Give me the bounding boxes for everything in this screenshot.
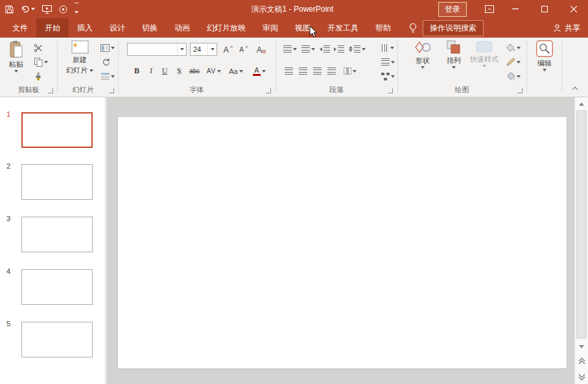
scrollbar-thumb[interactable] (576, 110, 587, 339)
tab-file[interactable]: 文件 (4, 18, 36, 38)
next-slide-button[interactable] (575, 370, 588, 384)
tab-home[interactable]: 开始 (36, 18, 69, 38)
maximize-button[interactable] (530, 0, 559, 18)
slide-layout-button[interactable] (99, 42, 117, 54)
bullets-button[interactable] (281, 43, 298, 55)
columns-button[interactable] (341, 65, 359, 77)
grow-font-button[interactable]: A˄ (221, 43, 235, 56)
align-left-button[interactable] (281, 65, 296, 77)
undo-icon[interactable] (21, 5, 35, 13)
underline-button[interactable]: U (158, 65, 172, 77)
share-label: 共享 (565, 23, 580, 34)
character-spacing-button[interactable]: AV (204, 65, 224, 77)
paste-label: 粘贴 (9, 60, 23, 69)
font-name-combobox[interactable] (127, 43, 187, 56)
scroll-up-icon[interactable] (575, 99, 588, 110)
start-slideshow-icon[interactable] (42, 5, 52, 14)
align-right-button[interactable] (310, 65, 324, 77)
editing-button[interactable]: 编辑 (532, 40, 558, 71)
format-painter-button[interactable] (31, 70, 45, 82)
minimize-button[interactable] (500, 0, 530, 18)
brush-icon (34, 72, 42, 81)
text-shadow-button[interactable]: S (172, 65, 186, 77)
slide-thumbnail-2[interactable] (21, 164, 93, 200)
reset-slide-button[interactable] (99, 56, 113, 68)
change-case-button[interactable]: Aa (226, 65, 246, 77)
convert-smartart-button[interactable] (379, 70, 397, 82)
shape-effects-button[interactable] (503, 70, 523, 82)
paste-button[interactable]: 粘贴 (4, 40, 29, 73)
scroll-down-icon[interactable] (575, 341, 588, 352)
quick-styles-button[interactable]: 快速样式 (468, 40, 500, 67)
slide-canvas[interactable] (117, 116, 567, 369)
scissors-icon (34, 43, 43, 53)
vertical-scrollbar[interactable] (574, 97, 588, 384)
slide-thumbnail-3[interactable] (21, 217, 93, 252)
bold-button[interactable]: B (130, 65, 144, 77)
ribbon-display-options-icon[interactable] (478, 0, 500, 18)
section-button[interactable] (99, 70, 117, 82)
font-dialog-launcher-icon[interactable] (266, 88, 271, 93)
close-button[interactable] (559, 0, 588, 18)
clear-formatting-button[interactable]: A (254, 43, 268, 56)
paragraph-group-label: 段落 (276, 85, 397, 95)
tab-help[interactable]: 帮助 (367, 18, 399, 38)
section-icon (101, 73, 110, 80)
titlebar-controls: 登录 (438, 0, 588, 18)
font-size-combobox[interactable]: 24 (190, 43, 217, 56)
shrink-font-button[interactable]: A˅ (237, 43, 251, 56)
arrange-label: 排列 (447, 56, 461, 65)
tab-design[interactable]: 设计 (101, 18, 134, 38)
strikethrough-button[interactable]: abc (186, 65, 203, 77)
tab-view[interactable]: 视图 (287, 18, 319, 38)
tab-review[interactable]: 审阅 (254, 18, 287, 38)
slide-thumbnail-1[interactable] (21, 112, 93, 148)
slide-editing-area (106, 97, 574, 384)
shape-outline-button[interactable] (503, 56, 523, 68)
share-button[interactable]: 共享 (553, 18, 580, 38)
slide-thumbnail-5[interactable] (21, 322, 93, 357)
align-text-button[interactable] (379, 56, 397, 68)
previous-slide-button[interactable] (575, 354, 588, 368)
new-slide-label-bottom: 幻灯片 (66, 66, 88, 75)
cut-button[interactable] (31, 42, 45, 54)
reset-icon (102, 58, 110, 66)
shape-fill-button[interactable] (503, 42, 523, 54)
quick-styles-label: 快速样式 (470, 55, 499, 64)
new-slide-icon (71, 40, 89, 54)
tab-transitions[interactable]: 切换 (134, 18, 166, 38)
collapse-ribbon-icon[interactable] (573, 85, 577, 93)
sign-in-button[interactable]: 登录 (438, 2, 467, 17)
paragraph-dialog-launcher-icon[interactable] (388, 88, 393, 93)
numbering-button[interactable] (300, 43, 316, 55)
font-color-button[interactable]: A (250, 65, 269, 77)
slide-thumbnail-4[interactable] (21, 269, 93, 305)
align-center-button[interactable] (296, 65, 310, 77)
clipboard-icon (10, 40, 23, 58)
justify-button[interactable] (324, 65, 338, 77)
text-direction-button[interactable] (379, 42, 397, 54)
arrange-button[interactable]: 排列 (441, 40, 467, 69)
tell-me-search-input[interactable]: 操作说明搜索 (423, 20, 484, 36)
drawing-group-label: 绘图 (397, 85, 526, 95)
clipboard-dialog-launcher-icon[interactable] (48, 88, 53, 93)
tab-animations[interactable]: 动画 (166, 18, 198, 38)
shapes-button[interactable]: 形状 (408, 40, 437, 69)
customize-qat-icon[interactable] (75, 3, 78, 16)
tab-slide-show[interactable]: 幻灯片放映 (198, 18, 254, 38)
tab-insert[interactable]: 插入 (69, 18, 101, 38)
save-icon[interactable] (5, 5, 14, 14)
slides-dialog-launcher-icon[interactable] (109, 88, 114, 93)
new-slide-button[interactable]: 新建 幻灯片 (62, 40, 97, 75)
tab-developer[interactable]: 开发工具 (319, 18, 367, 38)
effects-icon (506, 72, 515, 80)
increase-indent-button[interactable] (332, 43, 346, 55)
touch-mode-icon[interactable] (59, 5, 67, 14)
italic-button[interactable]: I (144, 65, 158, 77)
window-title: 演示文稿1 - PowerPoint (252, 0, 334, 18)
drawing-dialog-launcher-icon[interactable] (517, 88, 523, 93)
copy-button[interactable] (31, 56, 51, 68)
ribbon: 粘贴 剪贴板 新建 幻灯片 (0, 38, 588, 97)
decrease-indent-button[interactable] (318, 43, 332, 55)
line-spacing-button[interactable] (347, 43, 367, 55)
